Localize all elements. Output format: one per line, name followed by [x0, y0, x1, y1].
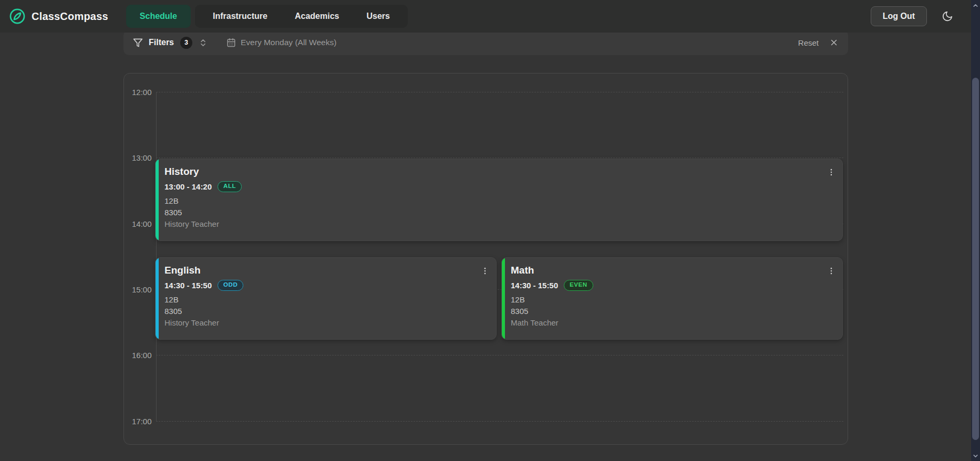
- event-accent-bar: [156, 159, 159, 240]
- event-room: 8305: [164, 208, 834, 217]
- hour-gridline: [156, 355, 843, 355]
- event-title: History: [164, 166, 834, 177]
- event-card[interactable]: English 14:30 - 15:50 ODD 12B 8305 Histo…: [155, 257, 497, 340]
- event-accent-bar: [156, 258, 159, 339]
- event-group: 12B: [511, 295, 834, 304]
- app-title: ClassCompass: [32, 11, 108, 23]
- filters-expand-button[interactable]: [199, 38, 208, 47]
- event-time: 13:00 - 14:20: [164, 182, 212, 191]
- compass-logo-icon: [8, 7, 26, 25]
- kebab-menu-icon: [480, 266, 490, 276]
- header: ClassCompass Schedule Infrastructure Aca…: [0, 0, 971, 33]
- event-time-row: 14:30 - 15:50 EVEN: [511, 280, 834, 291]
- hour-gridline: [156, 92, 843, 92]
- event-title: English: [164, 265, 488, 276]
- event-menu-button[interactable]: [478, 264, 492, 278]
- time-label: 17:00: [132, 417, 154, 426]
- event-room: 8305: [164, 307, 488, 316]
- hour-gridline: [156, 158, 843, 158]
- time-label: 12:00: [132, 88, 154, 97]
- scroll-down-arrow[interactable]: [971, 453, 980, 459]
- event-teacher: Math Teacher: [511, 318, 834, 327]
- scrollbar-thumb[interactable]: [972, 78, 979, 440]
- hour-gridline: [156, 421, 843, 422]
- logo: ClassCompass: [8, 7, 108, 25]
- logout-button[interactable]: Log Out: [871, 6, 927, 26]
- time-label: 14:00: [132, 219, 154, 228]
- event-group: 12B: [164, 196, 834, 205]
- time-label: 13:00: [132, 153, 154, 162]
- tab-academics[interactable]: Academics: [281, 5, 353, 27]
- moon-icon: [942, 11, 953, 22]
- vertical-scrollbar[interactable]: [971, 0, 980, 461]
- event-title: Math: [511, 265, 834, 276]
- kebab-menu-icon: [827, 266, 836, 276]
- kebab-menu-icon: [827, 167, 836, 177]
- event-time-row: 14:30 - 15:50 ODD: [164, 280, 488, 291]
- event-accent-bar: [502, 258, 505, 339]
- time-label: 15:00: [132, 285, 154, 294]
- schedule-grid: 12:00 13:00 14:00 15:00 16:00 17:00 Hist…: [123, 73, 848, 445]
- event-time: 14:30 - 15:50: [511, 281, 558, 290]
- event-menu-button[interactable]: [824, 165, 838, 179]
- event-card[interactable]: Math 14:30 - 15:50 EVEN 12B 8305 Math Te…: [501, 257, 843, 340]
- chevrons-up-down-icon: [199, 38, 208, 47]
- scroll-up-arrow[interactable]: [971, 2, 980, 9]
- event-time-row: 13:00 - 14:20 ALL: [164, 181, 834, 192]
- event-week-badge: ALL: [218, 181, 242, 192]
- time-label: 16:00: [132, 351, 154, 360]
- event-menu-button[interactable]: [824, 264, 838, 278]
- close-icon: [829, 38, 839, 47]
- filter-summary-text: Every Monday (All Weeks): [241, 38, 336, 47]
- filter-actions: Reset: [798, 38, 839, 47]
- tab-schedule[interactable]: Schedule: [126, 5, 191, 28]
- calendar-icon: [226, 38, 236, 47]
- close-filters-button[interactable]: [829, 38, 839, 47]
- event-week-badge: EVEN: [564, 280, 593, 291]
- tab-users[interactable]: Users: [353, 5, 403, 27]
- event-teacher: History Teacher: [164, 219, 834, 228]
- filter-summary: Every Monday (All Weeks): [226, 38, 336, 47]
- reset-filters-button[interactable]: Reset: [798, 38, 819, 47]
- dark-mode-toggle[interactable]: [940, 8, 955, 24]
- event-teacher: History Teacher: [164, 318, 488, 327]
- filter-funnel-icon: [133, 38, 143, 48]
- event-group: 12B: [164, 295, 488, 304]
- filter-bar: Filters 3 Every Monday (All Weeks) Reset: [123, 30, 848, 55]
- event-week-badge: ODD: [218, 280, 243, 291]
- tab-infrastructure[interactable]: Infrastructure: [199, 5, 281, 27]
- event-card[interactable]: History 13:00 - 14:20 ALL 12B 8305 Histo…: [155, 159, 843, 241]
- filters-count-badge: 3: [180, 37, 192, 49]
- filters-label: Filters: [149, 38, 174, 47]
- main-nav: Schedule Infrastructure Academics Users: [126, 5, 408, 28]
- event-room: 8305: [511, 307, 834, 316]
- nav-tab-group: Infrastructure Academics Users: [195, 5, 408, 28]
- event-time: 14:30 - 15:50: [164, 281, 212, 290]
- time-gutter-line: [156, 92, 157, 421]
